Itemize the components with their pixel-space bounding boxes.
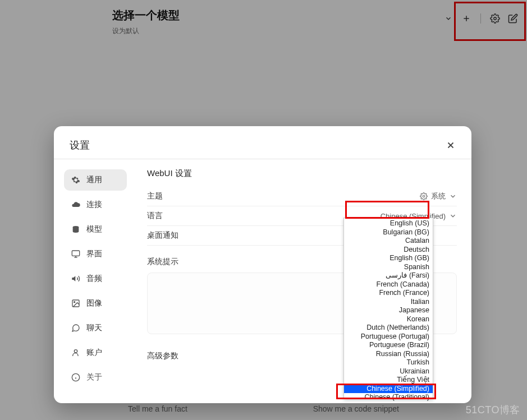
chevron-down-icon bbox=[449, 192, 457, 200]
nav-label: 账户 bbox=[86, 348, 102, 358]
image-icon bbox=[71, 298, 81, 308]
nav-item-image[interactable]: 图像 bbox=[64, 293, 127, 314]
language-option[interactable]: Catalan bbox=[344, 237, 433, 246]
nav-label: 界面 bbox=[86, 249, 102, 259]
svg-rect-6 bbox=[72, 251, 79, 256]
nav-label: 通用 bbox=[86, 175, 102, 185]
language-option[interactable]: Russian (Russia) bbox=[344, 350, 433, 359]
svg-point-16 bbox=[423, 195, 425, 197]
theme-selector[interactable]: 系统 bbox=[420, 191, 457, 201]
monitor-icon bbox=[71, 249, 81, 259]
nav-item-model[interactable]: 模型 bbox=[64, 219, 127, 240]
language-option[interactable]: Portuguese (Brazil) bbox=[344, 341, 433, 350]
language-option[interactable]: Ukrainian bbox=[344, 367, 433, 376]
language-option[interactable]: French (Canada) bbox=[344, 280, 433, 289]
language-option[interactable]: Deutsch bbox=[344, 246, 433, 255]
nav-item-connection[interactable]: 连接 bbox=[64, 194, 127, 215]
language-option[interactable]: Japanese bbox=[344, 306, 433, 315]
nav-label: 模型 bbox=[86, 224, 102, 234]
language-option[interactable]: Chinese (Traditional) bbox=[344, 393, 433, 402]
user-icon bbox=[71, 348, 81, 358]
language-option[interactable]: Italian bbox=[344, 298, 433, 307]
language-option[interactable]: Spanish bbox=[344, 263, 433, 272]
nav-item-chat[interactable]: 聊天 bbox=[64, 317, 127, 339]
language-option[interactable]: Bulgarian (BG) bbox=[344, 228, 433, 237]
language-option[interactable]: Chinese (Simplified) bbox=[344, 385, 433, 394]
nav-label: 音频 bbox=[86, 274, 102, 284]
language-option[interactable]: Dutch (Netherlands) bbox=[344, 324, 433, 333]
modal-header: 设置 bbox=[54, 126, 471, 159]
nav-item-audio[interactable]: 音频 bbox=[64, 268, 127, 289]
info-icon bbox=[71, 372, 81, 382]
nav-label: 关于 bbox=[86, 372, 102, 382]
chat-icon bbox=[71, 323, 81, 333]
theme-label: 主题 bbox=[147, 191, 163, 201]
svg-point-11 bbox=[74, 302, 75, 303]
nav-item-general[interactable]: 通用 bbox=[64, 169, 127, 191]
language-option[interactable]: English (US) bbox=[344, 219, 433, 228]
theme-value: 系统 bbox=[431, 191, 446, 201]
svg-marker-9 bbox=[72, 276, 75, 281]
language-dropdown[interactable]: English (US)Bulgarian (BG)CatalanDeutsch… bbox=[343, 218, 433, 399]
language-option[interactable]: Korean bbox=[344, 315, 433, 324]
content-heading: WebUI 设置 bbox=[147, 168, 457, 179]
chevron-down-icon bbox=[449, 212, 457, 220]
language-label: 语言 bbox=[147, 211, 163, 221]
volume-icon bbox=[71, 274, 81, 284]
language-option[interactable]: Portuguese (Portugal) bbox=[344, 333, 433, 341]
language-option[interactable]: فارسی (Farsi) bbox=[344, 271, 433, 280]
language-option[interactable]: Turkish bbox=[344, 358, 433, 367]
watermark-text: 51CTO博客 bbox=[466, 403, 520, 417]
svg-point-12 bbox=[74, 350, 77, 353]
language-option[interactable]: Tiếng Việt bbox=[344, 376, 433, 385]
nav-label: 图像 bbox=[86, 298, 102, 308]
nav-label: 连接 bbox=[86, 200, 102, 210]
close-icon[interactable] bbox=[446, 140, 456, 150]
theme-row: 主题 系统 bbox=[147, 187, 457, 206]
settings-side-nav: 通用 连接 模型 界面 音频 图像 bbox=[54, 159, 132, 403]
gear-icon bbox=[71, 175, 81, 185]
nav-item-about[interactable]: 关于 bbox=[64, 367, 127, 388]
modal-title: 设置 bbox=[70, 139, 90, 152]
cloud-icon bbox=[71, 200, 81, 210]
gear-icon bbox=[420, 192, 428, 200]
nav-label: 聊天 bbox=[86, 323, 102, 333]
language-option[interactable]: French (France) bbox=[344, 289, 433, 298]
language-option[interactable]: English (GB) bbox=[344, 254, 433, 263]
desktop-notify-label: 桌面通知 bbox=[147, 230, 178, 241]
stack-icon bbox=[71, 224, 81, 234]
nav-item-interface[interactable]: 界面 bbox=[64, 243, 127, 265]
nav-item-account[interactable]: 账户 bbox=[64, 342, 127, 363]
